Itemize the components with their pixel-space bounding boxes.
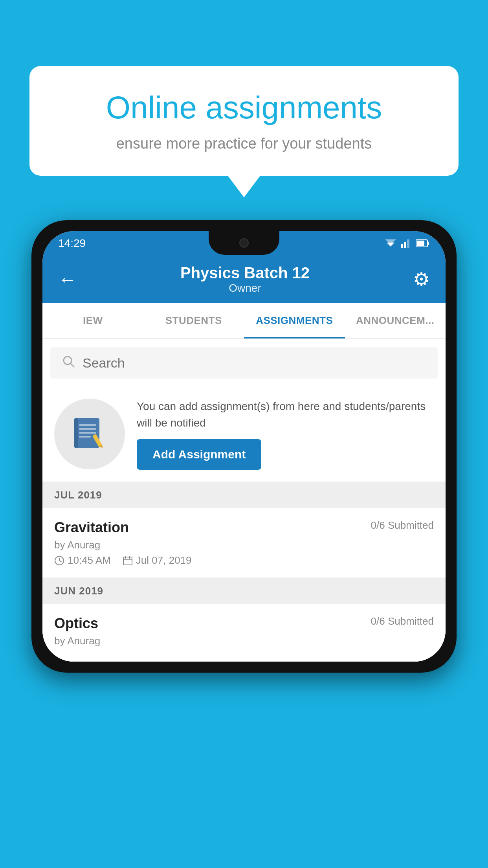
tab-students[interactable]: STUDENTS [143,303,244,338]
svg-rect-12 [79,428,96,430]
svg-line-9 [70,363,74,367]
assignment-author-gravitation: by Anurag [54,539,434,551]
status-time: 14:29 [58,237,86,250]
search-input[interactable] [83,355,426,371]
month-header-jul: JUL 2019 [42,482,446,508]
app-bar: ← Physics Batch 12 Owner ⚙ [42,256,446,303]
app-bar-title-section: Physics Batch 12 Owner [77,264,413,294]
phone-screen: 14:29 [42,231,446,662]
tab-iew[interactable]: IEW [42,303,143,338]
svg-rect-4 [407,239,409,248]
status-bar: 14:29 [42,231,446,256]
signal-icon [401,239,412,248]
back-button[interactable]: ← [58,268,77,290]
svg-marker-1 [385,239,396,244]
add-assignment-description: You can add assignment(s) from here and … [137,398,434,431]
add-assignment-button[interactable]: Add Assignment [137,439,261,470]
tab-assignments[interactable]: ASSIGNMENTS [244,303,345,338]
assignment-date-gravitation: Jul 07, 2019 [123,554,192,566]
assignment-meta-gravitation: 10:45 AM Jul 07, 2019 [54,554,434,566]
calendar-icon [123,555,133,566]
search-svg [62,355,75,368]
svg-rect-7 [416,241,424,246]
assignment-submitted-gravitation: 0/6 Submitted [371,519,434,531]
assignment-row1-optics: Optics 0/6 Submitted [54,615,434,632]
month-header-jun: JUN 2019 [42,578,446,604]
assignment-icon-circle [54,399,125,469]
svg-rect-3 [404,242,406,248]
clock-icon [54,555,64,566]
owner-label: Owner [77,282,413,294]
assignment-time-gravitation: 10:45 AM [54,554,111,566]
search-icon [62,355,75,371]
status-icons [384,239,430,248]
notch-camera [239,238,249,248]
notch [209,231,279,255]
speech-bubble-subtitle: ensure more practice for your students [61,135,427,152]
assignment-name-optics: Optics [54,615,98,632]
svg-line-20 [59,561,61,562]
svg-rect-6 [427,242,429,245]
svg-rect-11 [79,424,96,426]
search-bar[interactable] [50,347,438,379]
tabs: IEW STUDENTS ASSIGNMENTS ANNOUNCEM... [42,303,446,339]
svg-rect-15 [74,418,78,448]
assignment-item-gravitation[interactable]: Gravitation 0/6 Submitted by Anurag 10:4… [42,508,446,578]
battery-icon [416,239,430,248]
speech-bubble-title: Online assignments [61,90,427,126]
assignment-name-gravitation: Gravitation [54,519,129,536]
settings-icon[interactable]: ⚙ [413,268,430,290]
wifi-icon [384,239,397,248]
assignment-author-optics: by Anurag [54,635,434,647]
speech-bubble: Online assignments ensure more practice … [29,66,459,176]
batch-title: Physics Batch 12 [77,264,413,282]
svg-rect-21 [123,557,132,565]
svg-rect-14 [79,436,91,438]
assignment-row1: Gravitation 0/6 Submitted [54,519,434,536]
add-assignment-section: You can add assignment(s) from here and … [42,386,446,482]
add-assignment-info: You can add assignment(s) from here and … [137,398,434,470]
svg-rect-13 [79,432,96,434]
speech-bubble-container: Online assignments ensure more practice … [29,66,459,176]
svg-rect-2 [401,244,403,248]
notebook-icon [72,416,107,452]
tab-announcements[interactable]: ANNOUNCEM... [345,303,446,338]
phone-container: 14:29 [31,220,457,673]
phone: 14:29 [31,220,457,673]
content: You can add assignment(s) from here and … [42,347,446,662]
assignment-submitted-optics: 0/6 Submitted [371,615,434,627]
assignment-item-optics[interactable]: Optics 0/6 Submitted by Anurag [42,604,446,662]
